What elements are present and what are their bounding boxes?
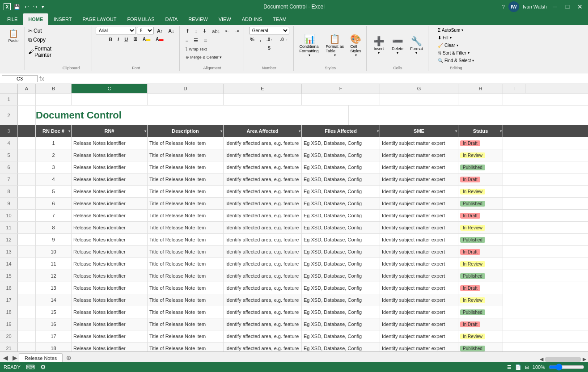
sheet-nav-right[interactable]: ▶ bbox=[11, 353, 19, 362]
sheet-nav-left[interactable]: ◀ bbox=[2, 353, 9, 362]
cell-desc-7[interactable]: Title of Release Note item bbox=[148, 210, 224, 221]
col-header-g[interactable]: G bbox=[380, 84, 458, 93]
cell-status-7[interactable]: In Draft bbox=[458, 210, 503, 221]
find-select-btn[interactable]: 🔍 Find & Select ▾ bbox=[436, 57, 476, 64]
save-quick-btn[interactable]: 💾 bbox=[13, 3, 21, 11]
align-left-btn[interactable]: ≡ bbox=[183, 36, 190, 45]
minimize-btn[interactable]: ─ bbox=[550, 2, 559, 11]
cell-desc-2[interactable]: Title of Release Note item bbox=[148, 149, 224, 161]
cell-rn-9[interactable]: Release Notes identifier bbox=[72, 234, 148, 245]
cell-rndoc-13[interactable]: 13 bbox=[36, 282, 72, 294]
cell-status-2[interactable]: In Review bbox=[458, 149, 503, 161]
cell-sme-11[interactable]: Identify subject matter expert bbox=[380, 258, 458, 270]
cell-rn-10[interactable]: Release Notes identifier bbox=[72, 246, 148, 258]
format-dropdown[interactable]: ▾ bbox=[415, 51, 417, 55]
cell-area-16[interactable]: Identify affected area, e.g. feature bbox=[224, 318, 302, 330]
cell-status-15[interactable]: Published bbox=[458, 306, 503, 318]
delete-btn[interactable]: ➖ Delete ▾ bbox=[389, 34, 406, 56]
cell-rn-1[interactable]: Release Notes identifier bbox=[72, 137, 148, 149]
col-header-a[interactable]: A bbox=[18, 84, 36, 93]
help-btn[interactable]: ? bbox=[502, 4, 505, 9]
copy-button[interactable]: ⧉ Copy bbox=[26, 36, 53, 44]
increase-decimal-btn[interactable]: .0→ bbox=[278, 36, 290, 43]
ribbon-tab-home[interactable]: HOME bbox=[23, 13, 48, 25]
cell-sme-4[interactable]: Identify subject matter expert bbox=[380, 173, 458, 185]
cell-a8[interactable] bbox=[18, 186, 36, 197]
cell-sme-15[interactable]: Identify subject matter expert bbox=[380, 306, 458, 318]
cell-desc-13[interactable]: Title of Release Note item bbox=[148, 282, 224, 294]
cell-area-13[interactable]: Identify affected area, e.g. feature bbox=[224, 282, 302, 294]
cell-status-13[interactable]: In Draft bbox=[458, 282, 503, 294]
cell-rn-8[interactable]: Release Notes identifier bbox=[72, 222, 148, 233]
cell-area-4[interactable]: Identify affected area, e.g. feature bbox=[224, 173, 302, 185]
col-header-e[interactable]: E bbox=[224, 84, 302, 93]
cell-rn-4[interactable]: Release Notes identifier bbox=[72, 173, 148, 185]
cell-rndoc-12[interactable]: 12 bbox=[36, 270, 72, 282]
insert-btn[interactable]: ➕ Insert ▾ bbox=[370, 34, 387, 56]
number-format-select[interactable]: General Number Currency Short Date bbox=[249, 27, 289, 34]
cell-area-14[interactable]: Identify affected area, e.g. feature bbox=[224, 294, 302, 306]
header-files[interactable]: Files Affected ▾ bbox=[302, 125, 380, 137]
cell-a7[interactable] bbox=[18, 173, 36, 185]
cell-files-10[interactable]: Eg XSD, Database, Config bbox=[302, 246, 380, 258]
header-description[interactable]: Description ▾ bbox=[148, 125, 224, 137]
font-color-btn[interactable]: A▬ bbox=[153, 35, 165, 43]
cell-area-6[interactable]: Identify affected area, e.g. feature bbox=[224, 198, 302, 209]
ribbon-tab-page-layout[interactable]: PAGE LAYOUT bbox=[77, 13, 122, 25]
paste-button[interactable]: 📋 Paste bbox=[4, 27, 22, 45]
indent-increase-btn[interactable]: ⇥ bbox=[233, 27, 241, 35]
fill-dropdown[interactable]: ▾ bbox=[450, 36, 452, 40]
cell-desc-10[interactable]: Title of Release Note item bbox=[148, 246, 224, 258]
cell-sme-2[interactable]: Identify subject matter expert bbox=[380, 149, 458, 161]
filter-area[interactable]: ▾ bbox=[299, 129, 300, 133]
font-size-select[interactable]: 89101112 bbox=[137, 27, 154, 34]
cell-a3[interactable] bbox=[18, 125, 36, 137]
align-top-btn[interactable]: ⬆ bbox=[183, 27, 192, 35]
cell-rn-14[interactable]: Release Notes identifier bbox=[72, 294, 148, 306]
cell-a5[interactable] bbox=[18, 149, 36, 161]
cell-desc-3[interactable]: Title of Release Note item bbox=[148, 161, 224, 173]
format-as-table-dropdown[interactable]: ▾ bbox=[334, 53, 336, 57]
format-btn[interactable]: 🔧 Format ▾ bbox=[408, 34, 425, 56]
cell-area-11[interactable]: Identify affected area, e.g. feature bbox=[224, 258, 302, 270]
decrease-decimal-btn[interactable]: .0← bbox=[264, 36, 277, 43]
cell-files-13[interactable]: Eg XSD, Database, Config bbox=[302, 282, 380, 294]
cell-styles-dropdown[interactable]: ▾ bbox=[355, 53, 357, 57]
cell-rndoc-17[interactable]: 17 bbox=[36, 330, 72, 342]
cell-a15[interactable] bbox=[18, 270, 36, 282]
zoom-slider[interactable] bbox=[549, 364, 584, 367]
cell-files-5[interactable]: Eg XSD, Database, Config bbox=[302, 186, 380, 197]
add-sheet-btn[interactable]: ⊕ bbox=[63, 353, 75, 362]
cell-desc-17[interactable]: Title of Release Note item bbox=[148, 330, 224, 342]
cell-area-8[interactable]: Identify affected area, e.g. feature bbox=[224, 222, 302, 233]
cell-rndoc-8[interactable]: 8 bbox=[36, 222, 72, 233]
cell-files-9[interactable]: Eg XSD, Database, Config bbox=[302, 234, 380, 245]
cell-status-10[interactable]: In Draft bbox=[458, 246, 503, 258]
cell-desc-1[interactable]: Title of Release Note item bbox=[148, 137, 224, 149]
align-center-btn[interactable]: ☰ bbox=[191, 36, 200, 45]
cell-desc-11[interactable]: Title of Release Note item bbox=[148, 258, 224, 270]
filter-description[interactable]: ▾ bbox=[220, 129, 222, 133]
cell-a19[interactable] bbox=[18, 318, 36, 330]
ribbon-tab-insert[interactable]: INSERT bbox=[48, 13, 77, 25]
ribbon-tab-data[interactable]: DATA bbox=[160, 13, 183, 25]
cell-status-12[interactable]: Published bbox=[458, 270, 503, 282]
cell-rndoc-6[interactable]: 6 bbox=[36, 198, 72, 209]
cell-files-14[interactable]: Eg XSD, Database, Config bbox=[302, 294, 380, 306]
cell-rndoc-7[interactable]: 7 bbox=[36, 210, 72, 221]
cell-sme-8[interactable]: Identify subject matter expert bbox=[380, 222, 458, 233]
filter-status[interactable]: ▾ bbox=[500, 129, 502, 133]
cell-rndoc-1[interactable]: 1 bbox=[36, 137, 72, 149]
cell-status-5[interactable]: In Review bbox=[458, 186, 503, 197]
cell-a16[interactable] bbox=[18, 282, 36, 294]
format-as-table-btn[interactable]: 📋 Format asTable ▾ bbox=[324, 32, 347, 59]
cell-status-8[interactable]: In Review bbox=[458, 222, 503, 233]
sheet-tab-release-notes[interactable]: Release Notes bbox=[19, 353, 63, 362]
spreadsheet-title[interactable]: Document Control bbox=[36, 106, 349, 125]
cell-rndoc-10[interactable]: 10 bbox=[36, 246, 72, 258]
cell-sme-17[interactable]: Identify subject matter expert bbox=[380, 330, 458, 342]
horizontal-scrollbar[interactable]: ◀ ▶ bbox=[540, 356, 586, 362]
cell-status-11[interactable]: In Review bbox=[458, 258, 503, 270]
cell-sme-10[interactable]: Identify subject matter expert bbox=[380, 246, 458, 258]
header-sme[interactable]: SME ▾ bbox=[380, 125, 458, 137]
